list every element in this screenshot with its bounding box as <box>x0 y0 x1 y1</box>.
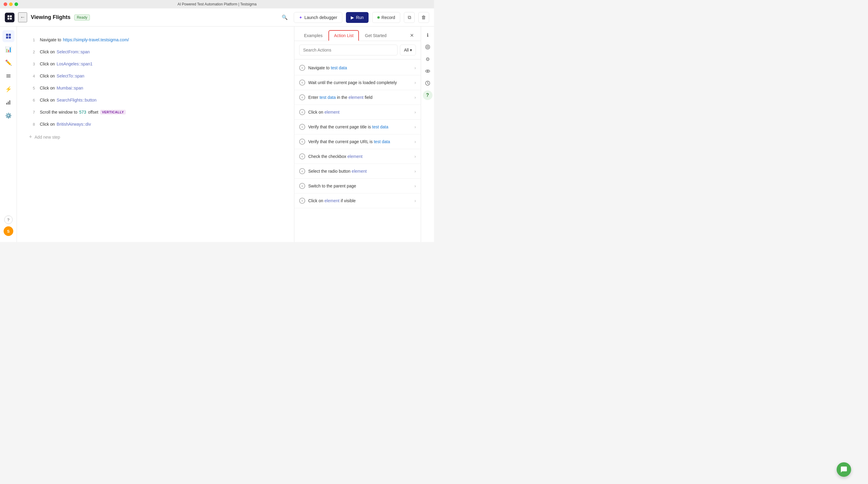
add-action-icon: + <box>299 153 305 159</box>
sidebar-item-grid[interactable] <box>2 30 14 42</box>
global-search-button[interactable]: 🔍 <box>279 12 290 23</box>
record-button[interactable]: Record <box>372 12 400 23</box>
add-action-icon: + <box>299 168 305 174</box>
left-sidebar: 📊 ✏️ ⚡ ⚙️ ? S <box>0 27 17 242</box>
header: ← Viewing Flights Ready 🔍 ✦ Launch debug… <box>0 8 434 27</box>
sidebar-item-barchart[interactable] <box>2 96 14 108</box>
record-dot-icon <box>377 16 380 19</box>
page-title: Viewing Flights <box>31 14 70 21</box>
status-badge: Ready <box>74 14 90 21</box>
run-button[interactable]: ▶ Run <box>346 12 369 23</box>
add-action-icon: + <box>299 139 305 144</box>
gear-icon[interactable]: ⚙ <box>423 54 433 64</box>
back-button[interactable]: ← <box>18 12 27 22</box>
action-text: Switch to the parent page <box>308 184 411 188</box>
app-logo <box>5 13 14 22</box>
step-item[interactable]: 8 Click on BritishAirways::div <box>27 118 284 130</box>
step-item[interactable]: 7 Scroll the window to 573 offset VERTIC… <box>27 106 284 118</box>
step-item[interactable]: 4 Click on SelectTo::span <box>27 70 284 82</box>
step-list: 1 Navigate to https://simply-travel.test… <box>27 34 284 130</box>
step-number: 1 <box>29 38 35 42</box>
action-item-check-checkbox[interactable]: + Check the checkbox element › <box>294 149 421 164</box>
sidebar-item-lightning[interactable]: ⚡ <box>2 83 14 95</box>
svg-point-14 <box>426 45 430 49</box>
settings-ring-icon[interactable] <box>423 42 433 52</box>
launch-debugger-button[interactable]: ✦ Launch debugger <box>294 12 342 23</box>
action-item-navigate[interactable]: + Navigate to test data › <box>294 61 421 75</box>
tab-get-started[interactable]: Get Started <box>360 31 392 40</box>
avatar[interactable]: S <box>4 226 13 236</box>
sidebar-item-reports[interactable]: 📊 <box>2 43 14 56</box>
svg-point-17 <box>427 70 428 72</box>
svg-rect-6 <box>6 36 8 39</box>
chevron-right-icon: › <box>414 95 416 100</box>
info-icon[interactable]: ℹ <box>423 30 433 40</box>
fullscreen-button[interactable] <box>14 2 18 6</box>
action-item-select-radio[interactable]: + Select the radio button element › <box>294 164 421 179</box>
close-button[interactable] <box>4 2 7 6</box>
action-item-verify-title[interactable]: + Verify that the current page title is … <box>294 120 421 134</box>
svg-rect-8 <box>6 74 10 75</box>
step-text: Click on SearchFlights::button <box>40 98 96 102</box>
action-item-click-if-visible[interactable]: + Click on element if visible › <box>294 193 421 208</box>
question-circle-icon[interactable]: ? <box>423 90 433 100</box>
panel-tabs: Examples Action List Get Started ✕ <box>294 27 421 41</box>
svg-rect-4 <box>6 34 8 36</box>
step-text: Click on SelectFrom::span <box>40 50 90 54</box>
add-action-icon: + <box>299 183 305 189</box>
action-text: Verify that the current page URL is test… <box>308 139 411 144</box>
svg-point-15 <box>427 46 429 48</box>
action-item-click[interactable]: + Click on element › <box>294 105 421 120</box>
chevron-right-icon: › <box>414 65 416 70</box>
step-item[interactable]: 1 Navigate to https://simply-travel.test… <box>27 34 284 46</box>
action-item-wait[interactable]: + Wait until the current page is loaded … <box>294 75 421 90</box>
trash-button[interactable]: 🗑 <box>418 12 429 23</box>
filter-dropdown[interactable]: All ▾ <box>400 44 416 56</box>
eye-icon[interactable] <box>423 66 433 76</box>
svg-rect-13 <box>9 100 10 104</box>
action-list: + Navigate to test data › + Wait until t… <box>294 59 421 242</box>
chevron-right-icon: › <box>414 184 416 188</box>
minimize-button[interactable] <box>9 2 13 6</box>
step-text: Click on LosAngeles::span1 <box>40 62 93 66</box>
step-text: Click on BritishAirways::div <box>40 122 91 127</box>
chevron-right-icon: › <box>414 198 416 203</box>
sidebar-item-edit[interactable]: ✏️ <box>2 57 14 69</box>
action-item-switch-parent[interactable]: + Switch to the parent page › <box>294 179 421 193</box>
main-content: 1 Navigate to https://simply-travel.test… <box>17 27 294 242</box>
action-text: Navigate to test data <box>308 65 411 70</box>
add-action-icon: + <box>299 65 305 71</box>
help-button[interactable]: ? <box>4 216 13 224</box>
history-icon[interactable] <box>423 78 433 88</box>
titlebar: AI Powered Test Automation Platform | Te… <box>0 0 434 8</box>
search-input[interactable] <box>299 44 398 56</box>
tab-examples[interactable]: Examples <box>299 31 327 40</box>
svg-rect-3 <box>10 18 12 20</box>
svg-rect-5 <box>9 34 11 36</box>
action-item-enter[interactable]: + Enter test data in the element field › <box>294 90 421 105</box>
copy-button[interactable]: ⧉ <box>404 12 415 23</box>
sidebar-item-settings[interactable]: ⚙️ <box>2 110 14 122</box>
chevron-right-icon: › <box>414 139 416 144</box>
step-item[interactable]: 5 Click on Mumbai::span <box>27 82 284 94</box>
action-item-verify-url[interactable]: + Verify that the current page URL is te… <box>294 134 421 149</box>
search-container: All ▾ <box>294 41 421 59</box>
step-item[interactable]: 2 Click on SelectFrom::span <box>27 46 284 58</box>
panel-close-button[interactable]: ✕ <box>407 31 416 40</box>
action-text: Enter test data in the element field <box>308 95 411 100</box>
step-item[interactable]: 6 Click on SearchFlights::button <box>27 94 284 106</box>
step-text: Click on Mumbai::span <box>40 86 83 90</box>
action-text: Check the checkbox element <box>308 154 411 159</box>
traffic-lights <box>4 2 18 6</box>
sidebar-item-layers[interactable] <box>2 70 14 82</box>
action-text: Click on element if visible <box>308 198 411 203</box>
add-action-icon: + <box>299 124 305 130</box>
add-step-button[interactable]: + Add new step <box>27 130 284 144</box>
tab-action-list[interactable]: Action List <box>329 30 359 41</box>
spark-icon: ✦ <box>299 15 303 20</box>
step-item[interactable]: 3 Click on LosAngeles::span1 <box>27 58 284 70</box>
step-text: Scroll the window to 573 offset VERTICAL… <box>40 110 126 115</box>
action-text: Verify that the current page title is te… <box>308 125 411 129</box>
action-list-panel: Examples Action List Get Started ✕ All ▾… <box>294 27 421 242</box>
svg-rect-11 <box>6 103 7 104</box>
